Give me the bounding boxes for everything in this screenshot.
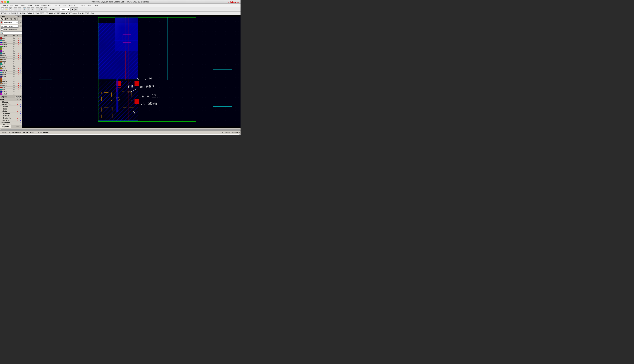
- layer-row-text[interactable]: text drw ✓ ✓: [0, 65, 22, 67]
- layer-row-nactive[interactable]: nactive net ✓ ✓: [0, 80, 22, 82]
- layer-v[interactable]: ✓: [18, 44, 20, 46]
- current-layer-btn[interactable]: ▼: [19, 21, 22, 24]
- layer-filter-select[interactable]: All Valid Layers: [1, 24, 18, 28]
- menu-edit[interactable]: Edit: [14, 4, 19, 6]
- layer-row-dio-id[interactable]: dio_id drw ✓ ✓: [0, 72, 22, 74]
- layer-row-nodrc[interactable]: nodrc drw ✓ ✓: [0, 59, 22, 61]
- obj-rectangle-row[interactable]: — Rectangle ✓ ✓: [0, 117, 22, 120]
- tb-zoom-out-btn[interactable]: 🔎: [27, 8, 30, 11]
- layer-row-highres-net[interactable]: highres net ✓ ✓: [0, 84, 22, 86]
- layer-row-pad[interactable]: pad drw ✓ ✓: [0, 63, 22, 65]
- layer-v[interactable]: ✓: [18, 91, 20, 93]
- layer-s[interactable]: ✓: [20, 61, 22, 62]
- layer-s[interactable]: ✓: [20, 87, 22, 88]
- tb-save-btn[interactable]: 💾: [8, 8, 12, 11]
- layer-row-pwell[interactable]: pwell net ✓ ✓: [0, 74, 22, 76]
- layer-s[interactable]: ✓: [20, 93, 22, 95]
- obj-circle-row[interactable]: — Circle/Elli... ✓ ✓: [0, 103, 22, 106]
- layer-row-metal2[interactable]: metal2 drw ✓ ✓: [0, 44, 22, 46]
- obj-donut-row[interactable]: — Donut ✓ ✓: [0, 106, 22, 108]
- layer-s[interactable]: ✓: [20, 40, 22, 41]
- layer-s[interactable]: ✓: [20, 68, 22, 69]
- layer-v[interactable]: ✓: [18, 40, 20, 41]
- menu-launch[interactable]: Launch: [1, 4, 8, 6]
- layer-v[interactable]: ✓: [18, 76, 20, 78]
- obj-s[interactable]: ✓: [19, 108, 22, 110]
- layer-v[interactable]: ✓: [18, 37, 20, 39]
- layer-row-poly-net[interactable]: poly net ✓ ✓: [0, 86, 22, 89]
- objects-help-btn[interactable]: ?: [15, 96, 17, 98]
- layer-row-via[interactable]: via drw ✓ ✓: [0, 50, 22, 52]
- layer-v[interactable]: ✓: [18, 80, 20, 82]
- menu-view[interactable]: View: [20, 4, 26, 6]
- tb-copy-btn[interactable]: ⎘: [44, 8, 48, 11]
- obj-s[interactable]: ✓: [19, 122, 22, 124]
- layer-v[interactable]: ✓: [18, 54, 20, 56]
- layer-s[interactable]: ✓: [20, 52, 22, 54]
- obj-v[interactable]: ✓: [16, 122, 19, 124]
- layer-list[interactable]: poly drw ✓ ✓ elec drw ✓ ✓ metal1 drw ✓: [0, 37, 22, 95]
- layer-s[interactable]: ✓: [20, 72, 22, 73]
- layer-v[interactable]: ✓: [18, 65, 20, 67]
- layer-s[interactable]: ✓: [20, 74, 22, 76]
- menu-verify[interactable]: Verify: [34, 4, 40, 6]
- tb-fit-btn[interactable]: ⊞: [31, 8, 34, 11]
- objects-settings-btn[interactable]: ⚙: [17, 96, 19, 98]
- obj-v[interactable]: ✓: [16, 104, 19, 105]
- tb-move-btn[interactable]: ✥: [40, 8, 44, 11]
- layer-s[interactable]: ✓: [20, 82, 22, 84]
- layer-s[interactable]: ✓: [20, 48, 22, 50]
- layer-v[interactable]: ✓: [18, 82, 20, 84]
- layer-s[interactable]: ✓: [20, 63, 22, 65]
- layer-s[interactable]: ✓: [20, 46, 22, 48]
- obj-pathseg-row[interactable]: — PathSeg ✓ ✓: [0, 112, 22, 115]
- obj-polygon-row[interactable]: — Polygon ✓ ✓: [0, 115, 22, 117]
- obj-v[interactable]: ✓: [16, 108, 19, 110]
- tab-nv[interactable]: NV: [4, 18, 9, 20]
- obj-s[interactable]: ✓: [19, 110, 22, 112]
- layer-row-elec-net[interactable]: elec net ✓ ✓: [0, 89, 22, 91]
- menu-ncsu[interactable]: NCSU: [86, 4, 93, 6]
- cmd-input[interactable]: [11, 134, 240, 135]
- layer-v[interactable]: ✓: [18, 78, 20, 80]
- obj-s[interactable]: ✓: [19, 120, 22, 122]
- layer-v[interactable]: ✓: [18, 68, 20, 69]
- obj-v[interactable]: ✓: [16, 120, 19, 122]
- tab-av[interactable]: AV: [0, 18, 4, 20]
- layer-row-res-id[interactable]: res_id drw ✓ ✓: [0, 67, 22, 69]
- tb-redo-btn[interactable]: ↪: [18, 8, 21, 11]
- menu-file[interactable]: File: [9, 4, 14, 6]
- obj-path-row[interactable]: — Path ✓ ✓: [0, 110, 22, 112]
- obj-v[interactable]: ✓: [16, 110, 19, 112]
- menu-connectivity[interactable]: Connectivity: [40, 4, 52, 6]
- layers-close-btn[interactable]: ✕: [20, 15, 22, 17]
- obj-shapes-group[interactable]: ▼ Shapes ✓ ✓: [0, 101, 22, 103]
- layer-row-cc[interactable]: cc drw ✓ ✓: [0, 48, 22, 50]
- menu-optimize[interactable]: Optimize: [77, 4, 86, 6]
- tb-open-btn[interactable]: 📂: [5, 8, 8, 11]
- tb-select-btn[interactable]: ↖: [36, 8, 40, 11]
- tb-ws-btn2[interactable]: ▶: [74, 8, 78, 11]
- layers-settings-btn[interactable]: ⚙: [17, 15, 19, 17]
- layer-v[interactable]: ✓: [18, 70, 20, 71]
- layer-row-pactive[interactable]: pactive net ✓ ✓: [0, 82, 22, 84]
- obj-s[interactable]: ✓: [19, 106, 22, 108]
- layer-row-metal3[interactable]: metal3 drw ✓ ✓: [0, 46, 22, 48]
- layer-s[interactable]: ✓: [20, 89, 22, 90]
- layer-v[interactable]: ✓: [18, 57, 20, 58]
- layer-s[interactable]: ✓: [20, 59, 22, 60]
- layer-s[interactable]: ✓: [20, 78, 22, 80]
- obj-v[interactable]: ✓: [16, 101, 19, 103]
- layer-row-poly-drw[interactable]: poly drw ✓ ✓: [0, 37, 22, 39]
- obj-s[interactable]: ✓: [19, 115, 22, 117]
- layer-s[interactable]: ✓: [20, 84, 22, 86]
- layer-row-nwell[interactable]: nwell net ✓ ✓: [0, 76, 22, 78]
- layer-v[interactable]: ✓: [18, 84, 20, 86]
- obj-s[interactable]: ✓: [19, 104, 22, 105]
- obj-v[interactable]: ✓: [16, 106, 19, 108]
- workspace-select[interactable]: Classic: [60, 8, 70, 11]
- layer-v[interactable]: ✓: [18, 61, 20, 62]
- layer-v[interactable]: ✓: [18, 59, 20, 60]
- layer-row-active[interactable]: active net ✓ ✓: [0, 78, 22, 80]
- menu-tools[interactable]: Tools: [61, 4, 68, 6]
